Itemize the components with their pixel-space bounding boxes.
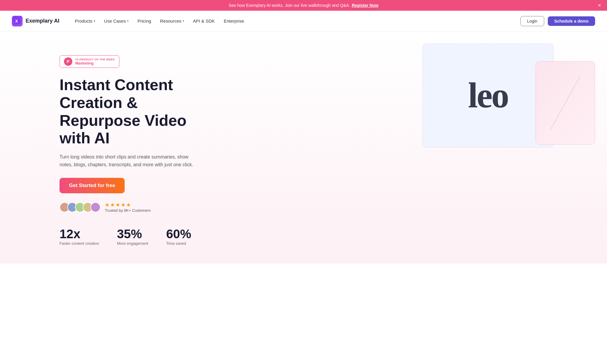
banner-cta-link[interactable]: Register Now bbox=[352, 3, 378, 8]
svg-line-2 bbox=[550, 76, 580, 130]
chevron-down-icon: ▾ bbox=[94, 19, 95, 23]
trusted-text: Trusted by 8K+ Customers bbox=[105, 208, 151, 213]
product-hunt-icon: P bbox=[64, 57, 72, 66]
ph-text-group: #2 PRODUCT OF THE WEEK Marketing bbox=[75, 58, 115, 65]
stat-item-1: 35% More engagement bbox=[117, 227, 148, 246]
stat-label-1: More engagement bbox=[117, 241, 148, 246]
banner-text: See how Exemplary AI works. Join our liv… bbox=[229, 3, 350, 8]
video-card-secondary bbox=[536, 61, 595, 145]
hero-subtext: Turn long videos into short clips and cr… bbox=[60, 153, 202, 168]
logo-text: Exemplary AI bbox=[26, 18, 59, 24]
nav-item-resources[interactable]: Resources ▾ bbox=[157, 16, 188, 26]
get-started-button[interactable]: Get Started for free bbox=[60, 178, 125, 193]
stat-label-2: Time saved bbox=[166, 241, 191, 246]
logo-icon: X bbox=[12, 16, 23, 26]
hero-content: P #2 PRODUCT OF THE WEEK Marketing Insta… bbox=[0, 32, 208, 263]
stat-value-1: 35% bbox=[117, 227, 148, 241]
ph-badge-label: #2 PRODUCT OF THE WEEK bbox=[75, 58, 115, 61]
hero-background-visual: leo bbox=[243, 32, 607, 263]
nav-item-api-sdk[interactable]: API & SDK bbox=[190, 16, 218, 26]
avatar bbox=[90, 202, 101, 212]
stat-value-0: 12x bbox=[60, 227, 99, 241]
video-card-main: leo bbox=[423, 43, 553, 148]
nav-actions: Login Schedule a demo bbox=[520, 16, 595, 26]
chevron-down-icon: ▾ bbox=[183, 19, 184, 23]
star-icon: ★ bbox=[105, 202, 109, 208]
nav-logo[interactable]: X Exemplary AI bbox=[12, 16, 59, 26]
hero-headline: Instant Content Creation & Repurpose Vid… bbox=[60, 76, 208, 147]
nav-item-enterprise[interactable]: Enterprise bbox=[220, 16, 248, 26]
star-icon: ★ bbox=[110, 202, 115, 208]
hero-section: leo P #2 PRODUCT OF THE WEEK Marketing I… bbox=[0, 32, 607, 263]
nav-item-products[interactable]: Products ▾ bbox=[71, 16, 98, 26]
product-hunt-badge: P #2 PRODUCT OF THE WEEK Marketing bbox=[60, 55, 119, 68]
star-icon: ★ bbox=[115, 202, 120, 208]
stat-value-2: 60% bbox=[166, 227, 191, 241]
diagonal-lines-icon bbox=[547, 73, 583, 133]
star-icon: ★ bbox=[121, 202, 126, 208]
chevron-down-icon: ▾ bbox=[127, 19, 129, 23]
stat-item-0: 12x Faster content creation bbox=[60, 227, 99, 246]
nav-item-use-cases[interactable]: Use Cases ▾ bbox=[101, 16, 132, 26]
stat-label-0: Faster content creation bbox=[60, 241, 99, 246]
announcement-banner: See how Exemplary AI works. Join our liv… bbox=[0, 0, 607, 11]
login-button[interactable]: Login bbox=[520, 16, 544, 26]
stars-and-trust: ★ ★ ★ ★ ★ Trusted by 8K+ Customers bbox=[105, 202, 151, 213]
video-preview-area: leo bbox=[423, 43, 595, 168]
nav-item-pricing[interactable]: Pricing bbox=[134, 16, 155, 26]
schedule-demo-button[interactable]: Schedule a demo bbox=[548, 16, 595, 26]
social-proof: ★ ★ ★ ★ ★ Trusted by 8K+ Customers bbox=[60, 202, 208, 213]
stat-item-2: 60% Time saved bbox=[166, 227, 191, 246]
star-rating: ★ ★ ★ ★ ★ bbox=[105, 202, 151, 208]
customer-avatars bbox=[60, 202, 101, 212]
star-icon: ★ bbox=[126, 202, 131, 208]
main-nav: X Exemplary AI Products ▾ Use Cases ▾ Pr… bbox=[0, 11, 607, 32]
video-preview-text: leo bbox=[468, 75, 508, 116]
banner-close-button[interactable]: × bbox=[598, 3, 601, 8]
svg-text:X: X bbox=[15, 19, 18, 23]
ph-badge-title: Marketing bbox=[75, 61, 115, 65]
nav-links: Products ▾ Use Cases ▾ Pricing Resources… bbox=[71, 16, 520, 26]
stats-row: 12x Faster content creation 35% More eng… bbox=[60, 227, 208, 246]
